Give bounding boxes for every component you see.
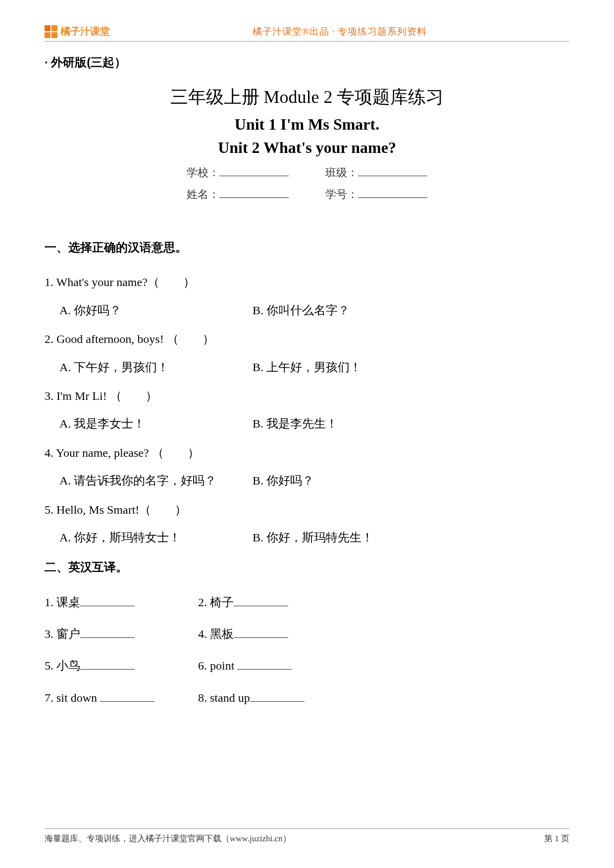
q5-option-b: B. 你好，斯玛特先生！ [253, 525, 373, 550]
doc-title-line3: Unit 2 What's your name? [45, 139, 569, 157]
class-field[interactable] [358, 166, 427, 176]
doc-title-line1: 三年级上册 Module 2 专项题库练习 [45, 85, 569, 109]
id-label: 学号： [325, 188, 358, 200]
trans-blank-5[interactable] [80, 660, 135, 670]
trans-blank-2[interactable] [234, 596, 288, 606]
question-3: 3. I'm Mr Li! （ ） [45, 384, 569, 408]
q2-option-a: A. 下午好，男孩们！ [59, 355, 253, 380]
name-field[interactable] [219, 188, 289, 198]
class-label: 班级： [325, 166, 358, 179]
q3-option-a: A. 我是李女士！ [59, 411, 253, 436]
header-subtitle: 橘子汁课堂®出品 · 专项练习题系列资料 [110, 25, 569, 38]
trans-blank-7[interactable] [100, 692, 154, 702]
id-field[interactable] [358, 188, 427, 198]
section1-title: 一、选择正确的汉语意思。 [45, 235, 569, 260]
page-number: 第 1 页 [544, 833, 569, 844]
page-footer: 海量题库、专项训练，进入橘子汁课堂官网下载（www.juzizhi.cn） 第 … [45, 828, 569, 844]
trans-blank-4[interactable] [234, 628, 288, 638]
page-header: 橘子汁课堂 橘子汁课堂®出品 · 专项练习题系列资料 [45, 25, 569, 38]
edition-label: · 外研版(三起） [45, 54, 569, 70]
brand-name: 橘子汁课堂 [60, 25, 110, 38]
student-info-form: 学校： 班级： 姓名： 学号： [178, 162, 436, 205]
brand-logo: 橘子汁课堂 [45, 25, 110, 38]
translation-grid: 1. 课桌 2. 椅子 3. 窗户 4. 黑板 5. 小鸟 6. point 7… [45, 590, 569, 711]
question-5: 5. Hello, Ms Smart!（ ） [45, 497, 569, 522]
section2-title: 二、英汉互译。 [45, 555, 569, 579]
question-4: 4. Your name, please? （ ） [45, 440, 569, 465]
header-divider [45, 41, 569, 42]
trans-item-7: 7. sit down [45, 691, 100, 704]
trans-item-2: 2. 椅子 [198, 596, 234, 609]
trans-item-3: 3. 窗户 [45, 627, 80, 640]
footer-divider [45, 828, 569, 829]
trans-item-8: 8. stand up [198, 691, 250, 704]
content-body: 一、选择正确的汉语意思。 1. What's your name?（ ） A. … [45, 235, 569, 710]
q2-option-b: B. 上午好，男孩们！ [253, 355, 361, 380]
name-label: 姓名： [187, 188, 219, 200]
title-block: 三年级上册 Module 2 专项题库练习 Unit 1 I'm Ms Smar… [45, 85, 569, 205]
trans-item-4: 4. 黑板 [198, 627, 234, 640]
trans-blank-8[interactable] [250, 692, 305, 702]
trans-blank-6[interactable] [237, 660, 292, 670]
trans-item-5: 5. 小鸟 [45, 659, 80, 672]
q4-option-a: A. 请告诉我你的名字，好吗？ [59, 468, 253, 493]
q5-option-a: A. 你好，斯玛特女士！ [59, 525, 253, 550]
question-2: 2. Good afternoon, boys! （ ） [45, 327, 569, 351]
school-field[interactable] [219, 166, 289, 176]
q3-option-b: B. 我是李先生！ [253, 411, 338, 436]
trans-item-6: 6. point [198, 659, 237, 672]
logo-grid-icon [45, 25, 57, 38]
school-label: 学校： [187, 166, 219, 179]
question-1: 1. What's your name?（ ） [45, 270, 569, 294]
trans-blank-3[interactable] [80, 628, 135, 638]
q1-option-a: A. 你好吗？ [59, 298, 253, 323]
trans-blank-1[interactable] [80, 596, 135, 606]
doc-title-line2: Unit 1 I'm Ms Smart. [45, 115, 569, 134]
footer-left: 海量题库、专项训练，进入橘子汁课堂官网下载（www.juzizhi.cn） [45, 833, 291, 844]
q1-option-b: B. 你叫什么名字？ [253, 298, 350, 323]
q4-option-b: B. 你好吗？ [253, 468, 314, 493]
trans-item-1: 1. 课桌 [45, 596, 80, 609]
